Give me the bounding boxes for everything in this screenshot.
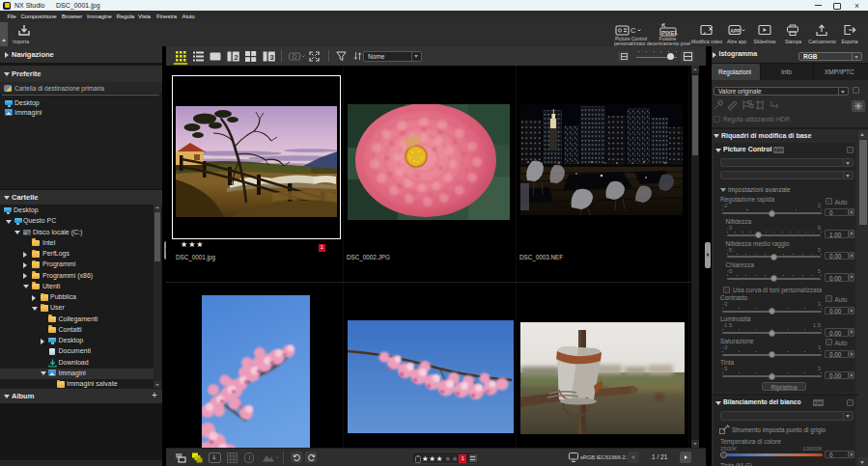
svg-text:3: 3	[269, 52, 274, 61]
svg-text:C: C	[630, 26, 636, 35]
svg-text:2: 2	[234, 52, 238, 61]
svg-text:APP: APP	[730, 28, 741, 34]
